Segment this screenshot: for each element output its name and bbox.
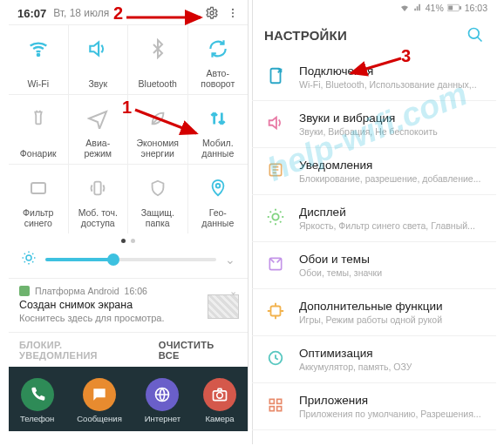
page-indicator (9, 233, 248, 247)
svg-rect-24 (269, 407, 274, 411)
settings-item-title: Звуки и вибрация (299, 112, 438, 125)
brightness-track[interactable] (45, 258, 216, 261)
status-date: Вт, 18 июля (53, 7, 109, 19)
wallpaper-icon (264, 253, 287, 275)
svg-rect-13 (448, 6, 453, 10)
notif-body: Коснитесь здесь для просмотра. (19, 313, 237, 323)
settings-item-apps[interactable]: ПриложенияПриложения по умолчанию, Разре… (252, 383, 496, 430)
apps-icon (264, 394, 287, 416)
svg-rect-23 (277, 399, 282, 403)
svg-point-2 (232, 12, 234, 14)
quick-settings-grid: Wi-Fi Звук Bluetooth Авто- поворот Фонар… (9, 24, 248, 233)
qs-bluetooth[interactable]: Bluetooth (128, 24, 188, 94)
settings-item-advanced[interactable]: Дополнительные функцииИгры, Режим работы… (252, 289, 496, 336)
sound-icon (264, 112, 287, 134)
connections-icon (264, 64, 287, 87)
svg-rect-22 (269, 399, 274, 403)
svg-point-7 (215, 184, 220, 188)
brightness-slider[interactable]: ⌄ (9, 247, 248, 279)
settings-item-subtitle: Аккумулятор, память, ОЗУ (299, 362, 412, 372)
annotation-arrow-1 (131, 103, 209, 150)
hotspot-icon (85, 175, 111, 201)
settings-item-wallpaper[interactable]: Обои и темыОбои, темы, значки (252, 242, 496, 289)
qs-bluefilter[interactable]: Фильтр синего (9, 164, 69, 233)
settings-item-notif[interactable]: УведомленияБлокирование, разрешение, доб… (252, 148, 496, 195)
svg-rect-20 (271, 307, 281, 316)
more-icon[interactable] (227, 3, 239, 23)
qs-bluefilter-label: Фильтр синего (23, 207, 53, 228)
screenshot-thumbnail[interactable] (208, 294, 239, 319)
battery-icon (447, 3, 461, 12)
settings-item-maint[interactable]: ОптимизацияАккумулятор, память, ОЗУ (252, 336, 496, 383)
settings-item-title: Оптимизация (299, 347, 412, 360)
svg-rect-6 (95, 182, 101, 195)
svg-point-0 (210, 11, 214, 15)
location-icon (205, 175, 231, 201)
message-icon (83, 378, 116, 411)
speaker-icon (85, 36, 111, 62)
qs-airplane-label: Авиа- режим (84, 138, 112, 159)
block-notifications-button[interactable]: БЛОКИР. УВЕДОМЛЕНИЯ (19, 340, 143, 361)
dock-messages-label: Сообщения (77, 414, 122, 423)
svg-point-18 (272, 213, 278, 220)
settings-item-subtitle: Яркость, Фильтр синего света, Главный... (299, 220, 475, 231)
chevron-down-icon[interactable]: ⌄ (225, 253, 235, 267)
settings-item-title: Обои и темы (299, 253, 382, 266)
camera-icon (203, 378, 236, 411)
bluetooth-icon (145, 36, 171, 62)
settings-item-sound[interactable]: Звуки и вибрацияЗвуки, Вибрация, Не бесп… (252, 101, 496, 148)
qs-autorotate[interactable]: Авто- поворот (188, 24, 249, 94)
qs-sound-label: Звук (88, 78, 107, 89)
battery-percent: 41% (426, 3, 444, 13)
svg-rect-5 (31, 183, 45, 193)
svg-point-4 (37, 54, 39, 56)
annotation-1: 1 (122, 98, 132, 118)
qs-airplane[interactable]: Авиа- режим (69, 94, 129, 164)
globe-icon (146, 378, 179, 411)
maint-icon (264, 347, 287, 369)
settings-item-subtitle: Игры, Режим работы одной рукой (299, 314, 443, 325)
search-icon[interactable] (467, 26, 484, 44)
dock: Телефон Сообщения Интернет Камера (9, 367, 248, 431)
svg-line-27 (135, 110, 196, 133)
svg-rect-14 (460, 6, 461, 10)
android-icon (19, 286, 30, 296)
qs-location[interactable]: Гео- данные (188, 164, 249, 233)
notification-actions: БЛОКИР. УВЕДОМЛЕНИЯ ОЧИСТИТЬ ВСЕ (9, 333, 248, 368)
settings-item-subtitle: Блокирование, разрешение, добавление... (299, 173, 480, 184)
qs-wifi[interactable]: Wi-Fi (9, 24, 69, 94)
qs-location-label: Гео- данные (201, 207, 234, 228)
annotation-arrow-2 (122, 10, 209, 31)
notification-panel: 16:07 Вт, 18 июля Wi-Fi Звук (9, 0, 249, 431)
qs-autorotate-label: Авто- поворот (201, 68, 235, 89)
signal-icon (413, 3, 422, 13)
dock-camera-label: Камера (205, 414, 234, 423)
status-time: 16:07 (17, 7, 46, 20)
qs-hotspot[interactable]: Моб. точ. доступа (69, 164, 129, 233)
rotate-icon (205, 36, 231, 62)
dock-internet-label: Интернет (145, 414, 180, 423)
notif-title: Создан снимок экрана (19, 299, 237, 311)
clear-all-button[interactable]: ОЧИСТИТЬ ВСЕ (159, 340, 237, 361)
qs-sound[interactable]: Звук (69, 24, 129, 94)
settings-item-display[interactable]: ДисплейЯркость, Фильтр синего света, Гла… (252, 195, 496, 242)
qs-flashlight[interactable]: Фонарик (9, 94, 69, 164)
dock-phone[interactable]: Телефон (20, 378, 54, 423)
notif-icon (264, 159, 287, 181)
wifi-icon (25, 36, 51, 62)
svg-rect-25 (277, 407, 282, 411)
notification-card[interactable]: Платформа Android 16:06 ⌄ Создан снимок … (9, 279, 248, 333)
qs-flashlight-label: Фонарик (20, 148, 57, 159)
wifi-small-icon (399, 3, 410, 13)
svg-point-15 (469, 29, 480, 39)
svg-line-28 (351, 58, 401, 73)
flashlight-icon (25, 105, 51, 132)
settings-item-subtitle: Приложения по умолчанию, Разрешения... (299, 409, 481, 419)
dock-camera[interactable]: Камера (203, 378, 236, 423)
dock-internet[interactable]: Интернет (145, 378, 180, 423)
qs-wifi-label: Wi-Fi (28, 78, 50, 89)
settings-title: НАСТРОЙКИ (264, 28, 347, 43)
dock-messages[interactable]: Сообщения (77, 378, 122, 423)
qs-securefolder[interactable]: Защищ. папка (128, 164, 188, 233)
qs-hotspot-label: Моб. точ. доступа (78, 207, 118, 228)
